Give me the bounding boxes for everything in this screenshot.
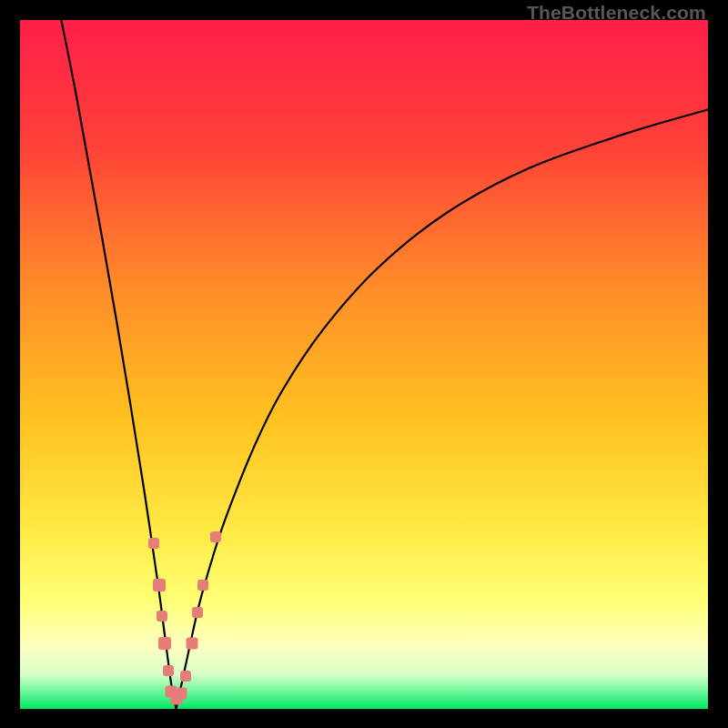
- bottleneck-curve: [20, 20, 708, 709]
- attribution-text: TheBottleneck.com: [527, 2, 706, 24]
- data-marker: [210, 531, 221, 542]
- data-marker: [158, 637, 171, 650]
- data-marker: [163, 665, 174, 676]
- data-marker: [187, 638, 198, 650]
- data-marker: [180, 671, 191, 682]
- data-marker: [175, 688, 187, 700]
- data-marker: [197, 580, 208, 591]
- data-marker: [153, 579, 166, 592]
- plot-area: [20, 20, 708, 709]
- data-marker: [148, 538, 159, 549]
- data-marker: [157, 611, 167, 622]
- data-marker: [192, 607, 203, 618]
